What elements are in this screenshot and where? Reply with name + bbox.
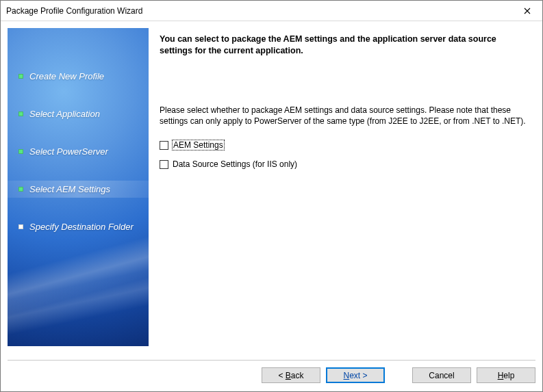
checkbox-icon[interactable] <box>160 160 168 169</box>
checkbox-label: Data Source Settings (for IIS only) <box>173 159 297 169</box>
sidebar-item-label: Specify Destination Folder <box>29 222 134 232</box>
button-spacer <box>390 367 407 383</box>
page-instruction: Please select whether to package AEM set… <box>160 105 529 127</box>
bullet-current-icon <box>18 187 23 192</box>
cancel-button[interactable]: Cancel <box>412 367 471 383</box>
button-text: < Back <box>278 371 303 380</box>
decorative-glow <box>8 233 149 346</box>
button-text: Cancel <box>429 371 454 380</box>
window-title: Package Profile Configuration Wizard <box>6 6 142 16</box>
wizard-window: Package Profile Configuration Wizard Cre… <box>0 0 543 392</box>
sidebar-item-select-application: Select Application <box>8 105 149 122</box>
bullet-done-icon <box>18 74 23 79</box>
page-heading: You can select to package the AEM settin… <box>160 34 529 57</box>
checkbox-icon[interactable] <box>160 141 168 150</box>
next-button[interactable]: Next > <box>326 367 385 383</box>
sidebar-item-label: Select Application <box>29 109 100 119</box>
bullet-done-icon <box>18 112 23 116</box>
sidebar-item-label: Create New Profile <box>29 71 104 81</box>
back-button[interactable]: < Back <box>262 367 320 383</box>
close-icon <box>524 8 531 14</box>
close-button[interactable] <box>512 1 542 21</box>
bullet-done-icon <box>18 149 23 154</box>
sidebar-item-label: Select AEM Settings <box>29 184 110 194</box>
titlebar: Package Profile Configuration Wizard <box>1 1 542 21</box>
sidebar-item-create-profile: Create New Profile <box>8 68 149 85</box>
help-button[interactable]: Help <box>477 367 535 383</box>
sidebar-item-select-aem-settings: Select AEM Settings <box>8 181 149 198</box>
wizard-sidebar: Create New Profile Select Application Se… <box>8 28 149 346</box>
wizard-content: You can select to package the AEM settin… <box>149 28 535 360</box>
wizard-footer: < Back Next > Cancel Help <box>8 360 535 391</box>
checkbox-row-datasource[interactable]: Data Source Settings (for IIS only) <box>160 159 529 169</box>
bullet-pending-icon <box>18 224 23 229</box>
checkbox-row-aem[interactable]: AEM Settings <box>160 140 529 150</box>
button-text: Help <box>498 371 515 380</box>
button-text: Next > <box>343 371 367 380</box>
body-area: Create New Profile Select Application Se… <box>1 21 542 360</box>
sidebar-item-label: Select PowerServer <box>29 146 108 157</box>
sidebar-item-destination-folder: Specify Destination Folder <box>8 218 149 235</box>
sidebar-item-select-powerserver: Select PowerServer <box>8 143 149 160</box>
checkbox-label: AEM Settings <box>173 140 224 150</box>
